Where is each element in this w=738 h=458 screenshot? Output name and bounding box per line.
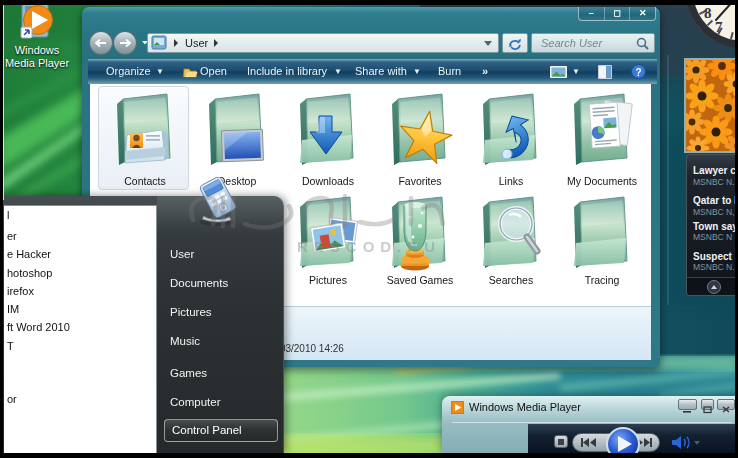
- svg-text:User: User: [185, 37, 209, 49]
- svg-text:?: ?: [636, 67, 642, 78]
- svg-text:RESCOD.RU: RESCOD.RU: [297, 238, 441, 255]
- svg-text:7: 7: [715, 19, 723, 35]
- svg-text:8: 8: [704, 5, 712, 21]
